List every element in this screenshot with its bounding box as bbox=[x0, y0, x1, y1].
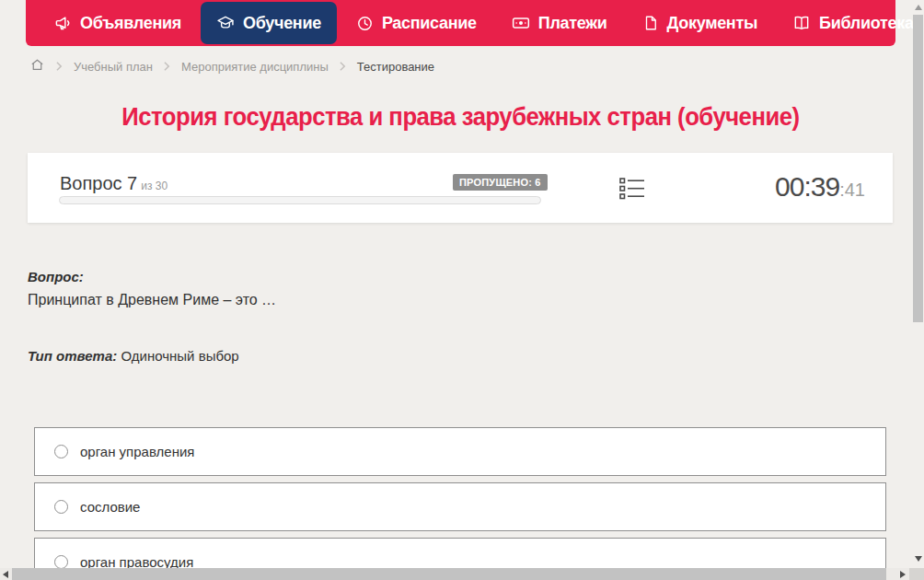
answer-type-value: Одиночный выбор bbox=[121, 348, 238, 364]
radio-button[interactable] bbox=[54, 445, 68, 458]
breadcrumb-discipline-event[interactable]: Мероприятие дисциплины bbox=[181, 60, 329, 74]
timer-minutes: 00:39 bbox=[775, 171, 839, 202]
skipped-badge: ПРОПУЩЕНО: 6 bbox=[453, 174, 548, 191]
main-nav: Объявления Обучение Расписание Платежи Д… bbox=[26, 0, 895, 46]
home-icon[interactable] bbox=[29, 57, 45, 75]
nav-item-schedule[interactable]: Расписание bbox=[341, 2, 492, 44]
scroll-up-icon[interactable] bbox=[915, 5, 922, 10]
lms-test-screen: Объявления Обучение Расписание Платежи Д… bbox=[0, 0, 924, 580]
answer-type-label: Тип ответа: bbox=[28, 348, 117, 364]
nav-item-label: Объявления bbox=[80, 14, 181, 33]
megaphone-icon bbox=[54, 15, 72, 32]
horizontal-scrollbar[interactable] bbox=[0, 568, 909, 580]
breadcrumb: Учебный план Мероприятие дисциплины Тест… bbox=[29, 57, 434, 75]
answer-options: орган управления сословие орган правосуд… bbox=[34, 427, 886, 580]
breadcrumb-testing: Тестирование bbox=[357, 60, 434, 74]
question-label: Вопрос: bbox=[28, 269, 84, 284]
page-title: История государства и права зарубежных с… bbox=[0, 103, 920, 132]
timer: 00:39:41 bbox=[775, 171, 865, 203]
vertical-scrollbar-thumb[interactable] bbox=[913, 15, 923, 322]
graduation-cap-icon bbox=[216, 14, 235, 32]
nav-item-announcements[interactable]: Объявления bbox=[39, 2, 197, 44]
nav-item-label: Расписание bbox=[382, 14, 477, 33]
scroll-right-icon[interactable] bbox=[900, 571, 906, 578]
book-icon bbox=[792, 14, 811, 32]
chevron-right-icon bbox=[163, 61, 171, 72]
horizontal-scrollbar-thumb[interactable] bbox=[12, 568, 886, 580]
answer-option-2[interactable]: сословие bbox=[34, 482, 886, 531]
question-header-panel: Вопрос 7из 30 ПРОПУЩЕНО: 6 00:39:41 bbox=[28, 153, 893, 223]
banknote-icon bbox=[512, 14, 530, 32]
scroll-left-icon[interactable] bbox=[3, 571, 8, 578]
nav-item-label: Библиотека bbox=[819, 14, 914, 33]
clock-icon bbox=[356, 15, 374, 32]
answer-option-1[interactable]: орган управления bbox=[34, 427, 886, 476]
scroll-down-icon[interactable] bbox=[915, 556, 922, 562]
nav-item-label: Обучение bbox=[243, 14, 321, 33]
nav-item-payments[interactable]: Платежи bbox=[496, 2, 623, 44]
answer-option-label: орган управления bbox=[80, 444, 194, 459]
answer-type: Тип ответа: Одиночный выбор bbox=[28, 348, 239, 364]
nav-item-library[interactable]: Библиотека bbox=[777, 2, 924, 44]
nav-item-documents[interactable]: Документы bbox=[627, 2, 774, 44]
radio-button[interactable] bbox=[54, 555, 68, 569]
nav-item-label: Платежи bbox=[538, 14, 607, 33]
timer-seconds: :41 bbox=[839, 180, 865, 200]
question-count: из 30 bbox=[141, 180, 167, 192]
question-number: Вопрос 7из 30 bbox=[60, 173, 167, 194]
chevron-right-icon bbox=[55, 61, 64, 72]
answer-option-label: сословие bbox=[80, 499, 140, 515]
nav-item-learning[interactable]: Обучение bbox=[201, 2, 337, 44]
vertical-scrollbar[interactable] bbox=[911, 0, 924, 568]
nav-item-label: Документы bbox=[667, 14, 758, 33]
radio-button[interactable] bbox=[54, 500, 68, 514]
breadcrumb-study-plan[interactable]: Учебный план bbox=[74, 60, 153, 74]
question-text: Принципат в Древнем Риме – это … bbox=[28, 292, 276, 308]
chevron-right-icon bbox=[339, 61, 347, 72]
scrollbar-corner bbox=[909, 568, 924, 580]
document-icon bbox=[642, 15, 659, 31]
question-list-icon[interactable] bbox=[618, 176, 646, 202]
progress-bar bbox=[59, 196, 541, 204]
